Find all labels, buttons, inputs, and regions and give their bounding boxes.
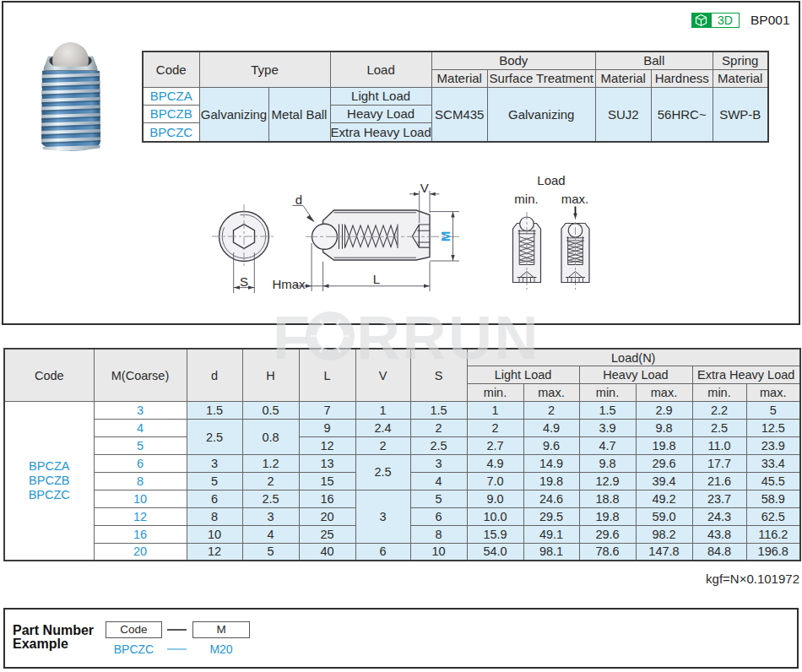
svg-text:min.: min.	[514, 192, 538, 206]
svg-text:L: L	[373, 272, 380, 286]
svg-text:d: d	[295, 192, 302, 207]
svg-text:RRUN: RRUN	[356, 306, 540, 365]
svg-text:V: V	[420, 181, 429, 195]
svg-text:Load: Load	[537, 173, 565, 187]
svg-text:F: F	[273, 306, 310, 365]
svg-text:Hmax: Hmax	[272, 277, 306, 291]
svg-text:M: M	[438, 231, 452, 242]
svg-text:S: S	[240, 274, 248, 289]
svg-text:max.: max.	[561, 192, 589, 206]
